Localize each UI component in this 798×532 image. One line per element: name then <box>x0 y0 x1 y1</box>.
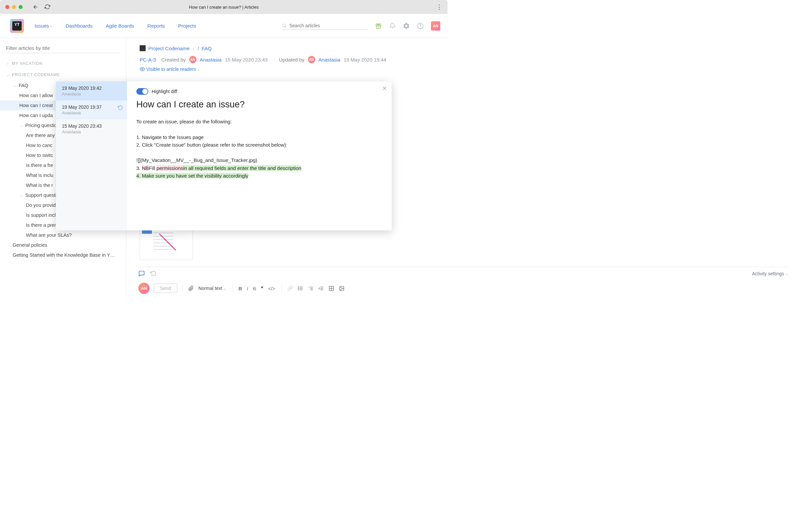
comments-icon[interactable] <box>138 270 145 277</box>
history-list: 19 May 2020 19:42 Anastasia 19 May 2020 … <box>56 81 127 230</box>
link-icon[interactable] <box>288 286 293 291</box>
search-icon <box>282 23 287 28</box>
text-style-select[interactable]: Normal text⌄ <box>198 286 226 291</box>
ol-icon[interactable] <box>308 286 314 291</box>
italic-icon[interactable]: I <box>247 286 248 291</box>
table-icon[interactable] <box>328 286 334 291</box>
back-button[interactable] <box>33 4 39 10</box>
ul-icon[interactable] <box>298 286 303 291</box>
bold-icon[interactable]: B <box>239 286 242 291</box>
svg-point-21 <box>341 287 341 288</box>
diff-pane: ✕ Highlight diff How can I create an iss… <box>127 81 392 230</box>
window-controls <box>5 5 23 9</box>
attachment-thumbnail[interactable] <box>140 228 193 260</box>
updated-by-name[interactable]: Anastasia <box>319 57 341 62</box>
help-icon[interactable] <box>417 23 424 29</box>
nav-dashboards[interactable]: Dashboards <box>65 23 92 28</box>
close-window[interactable] <box>5 5 9 9</box>
restore-icon[interactable] <box>118 105 123 110</box>
minimize-window[interactable] <box>12 5 16 9</box>
outdent-icon[interactable] <box>318 286 324 291</box>
diff-body: To create an issue, please do the follow… <box>136 118 382 179</box>
app-logo[interactable]: YT <box>10 19 24 33</box>
history-icon[interactable] <box>150 270 157 277</box>
diff-title: How can I create an issue? <box>136 99 382 110</box>
nav-issues[interactable]: Issues⌄ <box>35 23 52 28</box>
quote-icon[interactable]: ❝ <box>261 285 263 291</box>
chevron-down-icon[interactable]: ⌄ <box>192 46 195 50</box>
attachment-icon[interactable] <box>188 286 194 291</box>
history-entry[interactable]: 15 May 2020 23:43 Anastasia <box>56 119 127 138</box>
maximize-window[interactable] <box>19 5 23 9</box>
svg-point-9 <box>298 288 298 288</box>
whats-new-icon[interactable] <box>375 23 382 29</box>
highlight-diff-toggle[interactable] <box>136 88 148 95</box>
window-title: How can I create an issue? | Articles <box>189 5 258 10</box>
reload-button[interactable] <box>44 4 50 10</box>
tree-general[interactable]: General policies <box>0 240 126 250</box>
svg-point-8 <box>298 287 298 287</box>
breadcrumb-page[interactable]: FAQ <box>202 45 211 51</box>
avatar: AN <box>189 56 196 63</box>
svg-point-0 <box>283 24 286 27</box>
code-icon[interactable]: </> <box>268 286 275 291</box>
nav-agile-boards[interactable]: Agile Boards <box>106 23 134 28</box>
strike-icon[interactable]: S <box>253 286 256 291</box>
history-diff-panel: 19 May 2020 19:42 Anastasia 19 May 2020 … <box>56 81 392 230</box>
send-button[interactable]: Send <box>154 284 177 293</box>
eye-icon <box>140 66 145 72</box>
comment-avatar: AN <box>138 283 150 294</box>
created-by-label: Created by <box>161 57 186 62</box>
breadcrumb-project[interactable]: Project Codename <box>148 45 190 51</box>
nav-reports[interactable]: Reports <box>147 23 165 28</box>
breadcrumb: Project Codename ⌄ / FAQ <box>140 45 434 51</box>
tree-item[interactable]: What are your SLAs? <box>0 230 126 240</box>
created-date: 15 May 2020 23:43 <box>225 57 267 62</box>
window-titlebar: How can I create an issue? | Articles ⋮ <box>0 0 448 14</box>
filter-input[interactable] <box>6 45 120 51</box>
group-project-codename[interactable]: ⌄Project Codename <box>0 69 126 80</box>
settings-icon[interactable] <box>403 23 410 29</box>
activity-bar: Activity settings⌄ <box>138 267 448 277</box>
project-icon <box>140 45 146 51</box>
chevron-down-icon: ⌄ <box>197 68 200 71</box>
created-by-name[interactable]: Anastasia <box>200 57 222 62</box>
tree-getting-started[interactable]: Getting Started with the Knowledge Base … <box>0 250 126 260</box>
notifications-icon[interactable] <box>389 23 396 29</box>
search-field[interactable] <box>282 22 368 30</box>
group-my-vacation[interactable]: ›My Vacation <box>0 58 126 69</box>
svg-point-10 <box>298 290 298 290</box>
toggle-label: Highlight diff <box>152 89 177 94</box>
user-avatar[interactable]: AN <box>431 21 440 31</box>
app-header: YT Issues⌄ Dashboards Agile Boards Repor… <box>0 14 448 38</box>
visibility-control[interactable]: Visible to article readers ⌄ <box>140 66 434 72</box>
image-icon[interactable] <box>339 286 344 291</box>
close-icon[interactable]: ✕ <box>382 85 387 92</box>
article-id[interactable]: PC-A-3 <box>140 57 156 62</box>
updated-by-label: Updated by <box>279 57 305 62</box>
svg-point-4 <box>141 69 143 70</box>
search-input[interactable] <box>289 23 368 28</box>
window-menu[interactable]: ⋮ <box>436 3 442 11</box>
history-entry[interactable]: 19 May 2020 19:42 Anastasia <box>56 81 127 100</box>
main-nav: Issues⌄ Dashboards Agile Boards Reports … <box>35 23 196 28</box>
avatar: AN <box>308 56 315 63</box>
comment-toolbar: AN Send Normal text⌄ B I S ❝ </> <box>138 283 448 294</box>
history-entry[interactable]: 19 May 2020 19:37 Anastasia <box>56 100 127 119</box>
nav-projects[interactable]: Projects <box>178 23 196 28</box>
updated-date: 19 May 2020 19:44 <box>343 57 386 62</box>
